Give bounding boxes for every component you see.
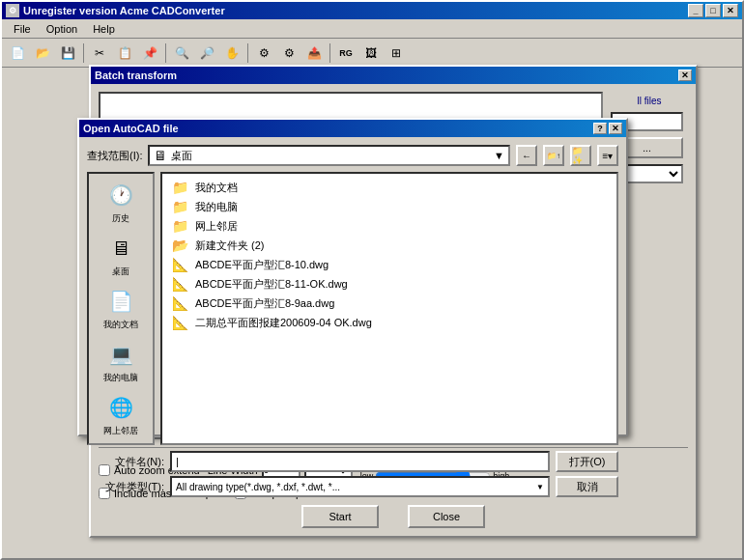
documents-icon: 📄 — [105, 286, 136, 317]
main-window: ⚙ Unregister version Acme CADConverter _… — [0, 0, 744, 560]
toolbar-paste[interactable]: 📌 — [138, 42, 161, 65]
desktop-icon: 🖥 — [105, 233, 136, 264]
menu-file[interactable]: File — [6, 21, 39, 37]
menu-help[interactable]: Help — [85, 21, 123, 37]
folder-icon-2: 📁 — [170, 218, 189, 234]
sidebar-network-label: 网上邻居 — [103, 425, 138, 437]
file-name-5: ABCDE平面户型汇8-11-OK.dwg — [195, 277, 348, 292]
dwg-icon-5: 📐 — [170, 276, 189, 292]
filetype-label: 文件类型(T): — [87, 480, 164, 494]
file-name-6: ABCDE平面户型汇8-9aa.dwg — [195, 296, 334, 311]
toolbar: 📄 📂 💾 ✂ 📋 📌 🔍 🔎 ✋ ⚙ ⚙ 📤 RG 🖼 ⊞ — [2, 39, 742, 68]
dwg-icon-7: 📐 — [170, 315, 189, 330]
toolbar-zoom[interactable]: 🔍 — [170, 42, 193, 65]
file-name-4: ABCDE平面户型汇8-10.dwg — [195, 258, 329, 272]
toolbar-text[interactable]: RG — [334, 42, 358, 65]
folder-icon-0: 📁 — [170, 180, 189, 195]
nav-up-button[interactable]: 📁↑ — [543, 145, 564, 166]
nav-back-button[interactable]: ← — [516, 145, 537, 166]
toolbar-open[interactable]: 📂 — [31, 42, 54, 65]
file-browser: 🕐 历史 🖥 桌面 📄 我的文档 💻 我的电脑 — [87, 172, 618, 445]
filetype-value: All drawing type(*.dwg, *.dxf, *.dwt, *.… — [176, 482, 536, 492]
toolbar-sep4 — [329, 43, 330, 63]
sidebar-network[interactable]: 🌐 网上邻居 — [92, 390, 150, 439]
batch-close-button[interactable]: ✕ — [678, 70, 692, 81]
toolbar-sep2 — [165, 43, 166, 63]
computer-icon: 💻 — [105, 339, 136, 370]
file-item-6[interactable]: 📐 ABCDE平面户型汇8-9aa.dwg — [166, 294, 613, 313]
file-item-2[interactable]: 📁 网上邻居 — [166, 216, 613, 236]
file-item-7[interactable]: 📐 二期总平面图报建200609-04 OK.dwg — [166, 313, 613, 332]
toolbar-img[interactable]: 🖼 — [359, 42, 383, 65]
toolbar-new[interactable]: 📄 — [6, 42, 29, 65]
nav-newfolder-button[interactable]: 📁✨ — [570, 145, 591, 166]
filetype-select[interactable]: All drawing type(*.dwg, *.dxf, *.dwt, *.… — [170, 476, 550, 497]
filename-label: 文件名(N): — [87, 455, 164, 469]
sidebar-history[interactable]: 🕐 历史 — [92, 178, 150, 227]
open-dialog: Open AutoCAD file ? ✕ 查找范围(I): 🖥 桌面 ▼ ← … — [77, 118, 628, 436]
toolbar-batch[interactable]: ⊞ — [385, 42, 408, 65]
open-title-buttons: ? ✕ — [593, 123, 622, 134]
start-button[interactable]: Start — [301, 505, 379, 528]
sidebar-desktop-label: 桌面 — [112, 266, 129, 278]
dwg-icon-6: 📐 — [170, 295, 189, 311]
cancel-button[interactable]: 取消 — [556, 476, 618, 497]
network-icon: 🌐 — [105, 392, 136, 423]
batch-title-bar: Batch transform ✕ — [91, 67, 696, 84]
file-item-4[interactable]: 📐 ABCDE平面户型汇8-10.dwg — [166, 255, 613, 274]
bottom-button-row: Start Close — [99, 505, 688, 528]
minimize-button[interactable]: _ — [688, 4, 703, 17]
toolbar-settings[interactable]: ⚙ — [252, 42, 275, 65]
main-title: Unregister version Acme CADConverter — [23, 5, 688, 16]
filename-input-wrapper[interactable] — [170, 451, 550, 472]
lookin-value: 桌面 — [171, 149, 192, 163]
toolbar-settings2[interactable]: ⚙ — [277, 42, 300, 65]
open-content: 查找范围(I): 🖥 桌面 ▼ ← 📁↑ 📁✨ ≡▾ 🕐 历史 — [79, 137, 626, 434]
filetype-row: 文件类型(T): All drawing type(*.dwg, *.dxf, … — [87, 476, 618, 497]
sidebar-desktop[interactable]: 🖥 桌面 — [92, 231, 150, 280]
file-sidebar: 🕐 历史 🖥 桌面 📄 我的文档 💻 我的电脑 — [87, 172, 155, 445]
toolbar-sep3 — [247, 43, 248, 63]
close-batch-button[interactable]: Close — [408, 505, 485, 528]
open-title-text: Open AutoCAD file — [83, 123, 179, 134]
toolbar-pan[interactable]: ✋ — [220, 42, 243, 65]
batch-title-text: Batch transform — [95, 70, 177, 81]
main-title-bar: ⚙ Unregister version Acme CADConverter _… — [2, 2, 742, 19]
file-name-3: 新建文件夹 (2) — [195, 238, 265, 253]
file-list-area[interactable]: 📁 我的文档 📁 我的电脑 📁 网上邻居 📂 新建文件夹 (2) — [160, 172, 618, 445]
toolbar-save[interactable]: 💾 — [56, 42, 79, 65]
open-close-button[interactable]: ✕ — [609, 123, 622, 134]
file-item-3[interactable]: 📂 新建文件夹 (2) — [166, 236, 613, 255]
menu-option[interactable]: Option — [39, 21, 85, 37]
file-name-1: 我的电脑 — [195, 200, 238, 214]
sidebar-history-label: 历史 — [112, 212, 129, 225]
title-bar-buttons: _ □ ✕ — [688, 4, 738, 17]
toolbar-cut[interactable]: ✂ — [88, 42, 111, 65]
filename-input[interactable] — [176, 456, 544, 467]
file-item-1[interactable]: 📁 我的电脑 — [166, 197, 613, 216]
sidebar-documents-label: 我的文档 — [103, 319, 138, 331]
filename-row: 文件名(N): 打开(O) — [87, 451, 618, 472]
sidebar-documents[interactable]: 📄 我的文档 — [92, 284, 150, 333]
folder-icon-1: 📁 — [170, 199, 189, 214]
close-button[interactable]: ✕ — [723, 4, 738, 17]
file-name-2: 网上邻居 — [195, 219, 238, 234]
nav-view-button[interactable]: ≡▾ — [597, 145, 618, 166]
sidebar-computer-label: 我的电脑 — [103, 372, 138, 384]
toolbar-export[interactable]: 📤 — [302, 42, 326, 65]
file-name-7: 二期总平面图报建200609-04 OK.dwg — [195, 316, 372, 330]
toolbar-zoom2[interactable]: 🔎 — [195, 42, 218, 65]
open-help-button[interactable]: ? — [593, 123, 607, 134]
app-icon: ⚙ — [6, 4, 19, 17]
toolbar-copy[interactable]: 📋 — [113, 42, 136, 65]
lookin-select[interactable]: 🖥 桌面 ▼ — [148, 145, 510, 166]
lookin-label: 查找范围(I): — [87, 149, 142, 163]
file-item-5[interactable]: 📐 ABCDE平面户型汇8-11-OK.dwg — [166, 274, 613, 294]
sidebar-computer[interactable]: 💻 我的电脑 — [92, 337, 150, 386]
file-item-0[interactable]: 📁 我的文档 — [166, 178, 613, 197]
lookin-bar: 查找范围(I): 🖥 桌面 ▼ ← 📁↑ 📁✨ ≡▾ — [87, 145, 618, 166]
all-files-label: ll files — [611, 96, 688, 106]
open-file-button[interactable]: 打开(O) — [556, 451, 618, 472]
folder-icon-3: 📂 — [170, 238, 189, 253]
maximize-button[interactable]: □ — [705, 4, 721, 17]
